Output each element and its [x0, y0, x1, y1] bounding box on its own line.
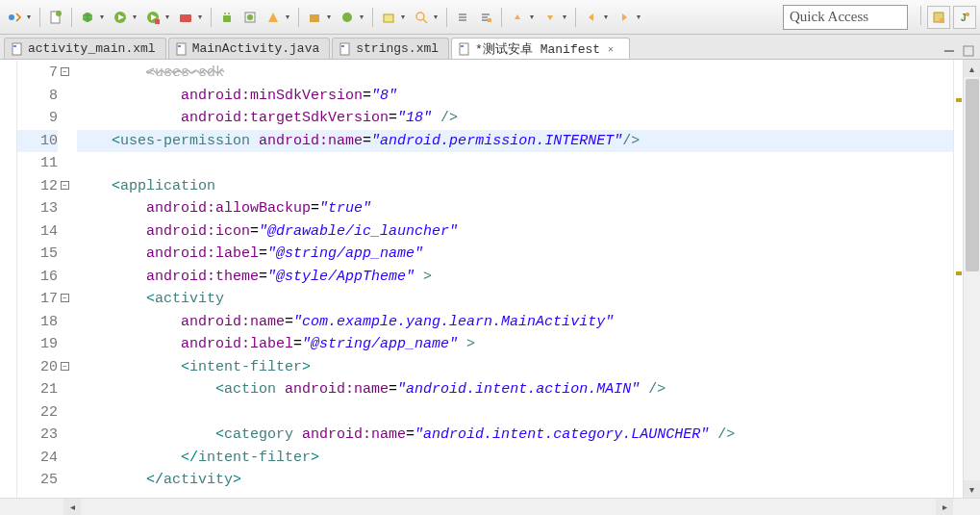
- code-line[interactable]: <application: [77, 175, 953, 198]
- dropdown-icon[interactable]: ▾: [563, 13, 570, 21]
- code-line[interactable]: [77, 401, 953, 425]
- dropdown-icon[interactable]: ▾: [198, 13, 206, 21]
- code-line[interactable]: [77, 152, 953, 175]
- line-number[interactable]: 22: [17, 401, 58, 425]
- marker-ruler[interactable]: [0, 60, 17, 498]
- quick-access-input[interactable]: Quick Access: [783, 5, 908, 30]
- editor-tab[interactable]: strings.xml: [332, 38, 449, 59]
- line-number[interactable]: 18: [17, 311, 58, 334]
- code-line[interactable]: android:targetSdkVersion="18" />: [77, 107, 953, 130]
- line-number[interactable]: 12−: [17, 175, 58, 198]
- code-line[interactable]: android:allowBackup="true": [77, 197, 953, 220]
- dropdown-icon[interactable]: ▾: [286, 13, 293, 21]
- code-line[interactable]: <uses-permission android:name="android.p…: [77, 130, 953, 153]
- horizontal-scrollbar[interactable]: ◂ ▸: [0, 498, 980, 515]
- scroll-up-icon[interactable]: ▴: [964, 60, 980, 77]
- android-sdk-icon[interactable]: [216, 7, 238, 28]
- scroll-thumb[interactable]: [966, 79, 979, 271]
- lint-icon[interactable]: [263, 7, 284, 28]
- line-number[interactable]: 9: [17, 107, 58, 130]
- line-number[interactable]: 21: [17, 378, 58, 401]
- new-icon[interactable]: [45, 7, 66, 28]
- toggle-mark-icon[interactable]: [452, 7, 473, 28]
- fold-toggle-icon[interactable]: −: [61, 67, 69, 76]
- run-last-icon[interactable]: [142, 7, 163, 28]
- line-number[interactable]: 7−: [17, 62, 58, 85]
- line-number[interactable]: 16: [17, 266, 58, 289]
- overview-ruler[interactable]: [953, 60, 963, 498]
- minimize-icon[interactable]: [942, 43, 957, 59]
- scroll-right-icon[interactable]: ▸: [936, 499, 953, 516]
- warning-mark[interactable]: [956, 271, 962, 275]
- line-gutter[interactable]: 7−89101112−1314151617−181920−2122232425: [17, 60, 63, 498]
- forward-icon[interactable]: [614, 7, 635, 28]
- skip-breakpoints-icon[interactable]: [4, 7, 25, 28]
- line-number[interactable]: 24: [17, 447, 58, 470]
- back-icon[interactable]: [581, 7, 602, 28]
- separator: [372, 8, 373, 27]
- java-perspective-icon[interactable]: J: [953, 6, 976, 29]
- dropdown-icon[interactable]: ▾: [133, 13, 140, 21]
- line-number[interactable]: 13: [17, 197, 58, 220]
- external-tools-icon[interactable]: [175, 7, 196, 28]
- fold-toggle-icon[interactable]: −: [61, 181, 69, 190]
- code-line[interactable]: android:label="@string/app_name" >: [77, 333, 953, 356]
- fold-toggle-icon[interactable]: −: [61, 294, 69, 302]
- editor-tab[interactable]: activity_main.xml: [4, 38, 166, 59]
- code-line[interactable]: android:label="@string/app_name": [77, 243, 953, 266]
- dropdown-icon[interactable]: ▾: [637, 13, 644, 21]
- scroll-down-icon[interactable]: ▾: [964, 480, 980, 498]
- code-line[interactable]: <category android:name="android.intent.c…: [77, 424, 953, 447]
- code-area[interactable]: <uses-sdk android:minSdkVersion="8" andr…: [77, 60, 953, 498]
- line-number[interactable]: 11: [17, 152, 58, 175]
- dropdown-icon[interactable]: ▾: [360, 13, 367, 21]
- prev-annotation-icon[interactable]: [507, 7, 528, 28]
- code-line[interactable]: <intent-filter>: [77, 356, 953, 379]
- code-line[interactable]: <action android:name="android.intent.act…: [77, 378, 953, 401]
- dropdown-icon[interactable]: ▾: [100, 13, 108, 21]
- code-line[interactable]: </intent-filter>: [77, 447, 953, 470]
- next-annotation-icon[interactable]: [540, 7, 561, 28]
- run-icon[interactable]: [110, 7, 131, 28]
- new-class-icon[interactable]: [337, 7, 358, 28]
- dropdown-icon[interactable]: ▾: [165, 13, 173, 21]
- fold-column[interactable]: [63, 60, 77, 498]
- line-number[interactable]: 19: [17, 333, 58, 356]
- line-number[interactable]: 10: [17, 130, 58, 153]
- editor-tab[interactable]: MainActivity.java: [168, 38, 331, 59]
- code-line[interactable]: android:icon="@drawable/ic_launcher": [77, 220, 953, 244]
- maximize-icon[interactable]: [961, 43, 976, 59]
- line-number[interactable]: 17−: [17, 288, 58, 311]
- line-number[interactable]: 23: [17, 424, 58, 447]
- vertical-scrollbar[interactable]: ▴ ▾: [963, 60, 980, 498]
- line-number[interactable]: 8: [17, 85, 58, 108]
- avd-icon[interactable]: [239, 7, 261, 28]
- dropdown-icon[interactable]: ▾: [401, 13, 409, 21]
- open-type-icon[interactable]: [378, 7, 399, 28]
- scroll-left-icon[interactable]: ◂: [63, 499, 81, 516]
- code-line[interactable]: <activity: [77, 288, 953, 311]
- editor-tab[interactable]: *测试安卓 Manifest✕: [451, 38, 630, 59]
- warning-mark[interactable]: [956, 98, 962, 102]
- toggle-block-icon[interactable]: [475, 7, 496, 28]
- fold-toggle-icon[interactable]: −: [61, 362, 69, 371]
- line-number[interactable]: 25: [17, 469, 58, 492]
- line-number[interactable]: 15: [17, 243, 58, 266]
- code-line[interactable]: </activity>: [77, 469, 953, 492]
- code-line[interactable]: android:theme="@style/AppTheme" >: [77, 266, 953, 289]
- search-icon[interactable]: [411, 7, 432, 28]
- open-perspective-icon[interactable]: [927, 6, 950, 29]
- new-package-icon[interactable]: [304, 7, 325, 28]
- code-line[interactable]: android:name="com.example.yang.learn.Mai…: [77, 311, 953, 334]
- line-number[interactable]: 20−: [17, 356, 58, 379]
- dropdown-icon[interactable]: ▾: [530, 13, 538, 21]
- debug-icon[interactable]: [77, 7, 98, 28]
- dropdown-icon[interactable]: ▾: [604, 13, 612, 21]
- close-icon[interactable]: ✕: [608, 43, 619, 55]
- dropdown-icon[interactable]: ▾: [327, 13, 335, 21]
- dropdown-icon[interactable]: ▾: [27, 13, 35, 21]
- dropdown-icon[interactable]: ▾: [434, 13, 441, 21]
- line-number[interactable]: 14: [17, 220, 58, 244]
- code-line[interactable]: <uses-sdk: [77, 62, 953, 85]
- code-line[interactable]: android:minSdkVersion="8": [77, 85, 953, 108]
